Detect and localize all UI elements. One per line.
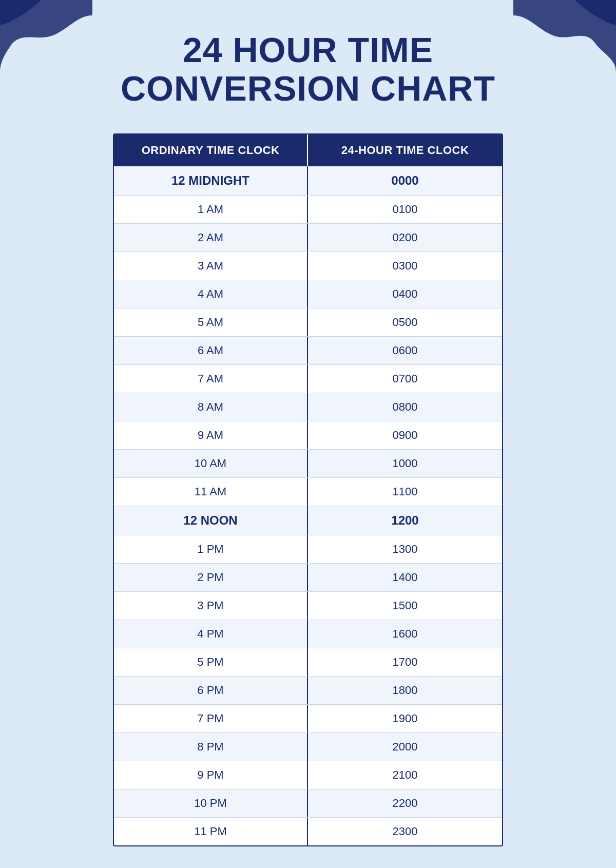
military-time-cell: 0700 bbox=[308, 365, 502, 393]
table-row: 7 PM1900 bbox=[114, 705, 502, 733]
military-time-cell: 0900 bbox=[308, 421, 502, 449]
military-time-cell: 0800 bbox=[308, 393, 502, 421]
ordinary-time-cell: 11 AM bbox=[114, 478, 308, 506]
table-row: 5 PM1700 bbox=[114, 648, 502, 677]
military-time-cell: 2100 bbox=[308, 761, 502, 789]
military-time-cell: 1800 bbox=[308, 677, 502, 704]
table-row: 8 PM2000 bbox=[114, 733, 502, 761]
military-time-cell: 1100 bbox=[308, 478, 502, 506]
military-time-cell: 2300 bbox=[308, 818, 502, 845]
ordinary-time-cell: 6 AM bbox=[114, 337, 308, 364]
table-row: 8 AM0800 bbox=[114, 393, 502, 421]
ordinary-time-cell: 9 PM bbox=[114, 761, 308, 789]
table-header: ORDINARY TIME CLOCK 24-HOUR TIME CLOCK bbox=[114, 134, 502, 166]
table-row: 9 PM2100 bbox=[114, 761, 502, 789]
military-time-cell: 0200 bbox=[308, 224, 502, 252]
table-row: 6 PM1800 bbox=[114, 677, 502, 705]
military-time-cell: 1500 bbox=[308, 592, 502, 620]
ordinary-time-cell: 1 PM bbox=[114, 535, 308, 563]
table-row: 2 AM0200 bbox=[114, 224, 502, 252]
table-row: 6 AM0600 bbox=[114, 337, 502, 365]
table-row: 3 AM0300 bbox=[114, 252, 502, 280]
military-time-cell: 0100 bbox=[308, 196, 502, 223]
table-row: 12 NOON1200 bbox=[114, 506, 502, 535]
ordinary-time-cell: 7 AM bbox=[114, 365, 308, 393]
military-time-cell: 0300 bbox=[308, 252, 502, 280]
table-row: 4 PM1600 bbox=[114, 620, 502, 648]
military-time-cell: 2200 bbox=[308, 789, 502, 817]
military-time-cell: 1400 bbox=[308, 564, 502, 591]
table-row: 10 AM1000 bbox=[114, 450, 502, 478]
ordinary-time-cell: 2 AM bbox=[114, 224, 308, 252]
blob-top-left bbox=[0, 0, 92, 82]
ordinary-time-cell: 12 MIDNIGHT bbox=[114, 166, 308, 195]
table-row: 9 AM0900 bbox=[114, 421, 502, 450]
military-time-cell: 0600 bbox=[308, 337, 502, 364]
ordinary-time-cell: 2 PM bbox=[114, 564, 308, 591]
ordinary-time-cell: 7 PM bbox=[114, 705, 308, 732]
col2-header: 24-HOUR TIME CLOCK bbox=[308, 134, 502, 166]
table-row: 11 PM2300 bbox=[114, 818, 502, 845]
military-time-cell: 0400 bbox=[308, 280, 502, 308]
military-time-cell: 1300 bbox=[308, 535, 502, 563]
ordinary-time-cell: 3 PM bbox=[114, 592, 308, 620]
ordinary-time-cell: 9 AM bbox=[114, 421, 308, 449]
page-wrapper: 24 HOUR TIME CONVERSION CHART ORDINARY T… bbox=[0, 0, 616, 868]
table-row: 2 PM1400 bbox=[114, 564, 502, 592]
ordinary-time-cell: 8 AM bbox=[114, 393, 308, 421]
table-row: 4 AM0400 bbox=[114, 280, 502, 308]
military-time-cell: 0500 bbox=[308, 308, 502, 336]
ordinary-time-cell: 4 AM bbox=[114, 280, 308, 308]
table-row: 10 PM2200 bbox=[114, 789, 502, 818]
ordinary-time-cell: 3 AM bbox=[114, 252, 308, 280]
military-time-cell: 1200 bbox=[308, 506, 502, 535]
ordinary-time-cell: 4 PM bbox=[114, 620, 308, 648]
ordinary-time-cell: 1 AM bbox=[114, 196, 308, 223]
ordinary-time-cell: 5 AM bbox=[114, 308, 308, 336]
col1-header: ORDINARY TIME CLOCK bbox=[114, 134, 308, 166]
table-row: 11 AM1100 bbox=[114, 478, 502, 506]
ordinary-time-cell: 5 PM bbox=[114, 648, 308, 676]
ordinary-time-cell: 10 PM bbox=[114, 789, 308, 817]
table-row: 3 PM1500 bbox=[114, 592, 502, 620]
military-time-cell: 2000 bbox=[308, 733, 502, 761]
military-time-cell: 1700 bbox=[308, 648, 502, 676]
military-time-cell: 1600 bbox=[308, 620, 502, 648]
military-time-cell: 1900 bbox=[308, 705, 502, 732]
ordinary-time-cell: 10 AM bbox=[114, 450, 308, 477]
military-time-cell: 0000 bbox=[308, 166, 502, 195]
military-time-cell: 1000 bbox=[308, 450, 502, 477]
page-title: 24 HOUR TIME CONVERSION CHART bbox=[80, 31, 536, 108]
ordinary-time-cell: 8 PM bbox=[114, 733, 308, 761]
ordinary-time-cell: 11 PM bbox=[114, 818, 308, 845]
ordinary-time-cell: 6 PM bbox=[114, 677, 308, 704]
table-row: 5 AM0500 bbox=[114, 308, 502, 337]
table-body: 12 MIDNIGHT00001 AM01002 AM02003 AM03004… bbox=[114, 166, 502, 845]
table-row: 12 MIDNIGHT0000 bbox=[114, 166, 502, 196]
table-row: 1 AM0100 bbox=[114, 196, 502, 224]
table-row: 7 AM0700 bbox=[114, 365, 502, 393]
conversion-table: ORDINARY TIME CLOCK 24-HOUR TIME CLOCK 1… bbox=[113, 133, 503, 846]
ordinary-time-cell: 12 NOON bbox=[114, 506, 308, 535]
table-row: 1 PM1300 bbox=[114, 535, 502, 564]
